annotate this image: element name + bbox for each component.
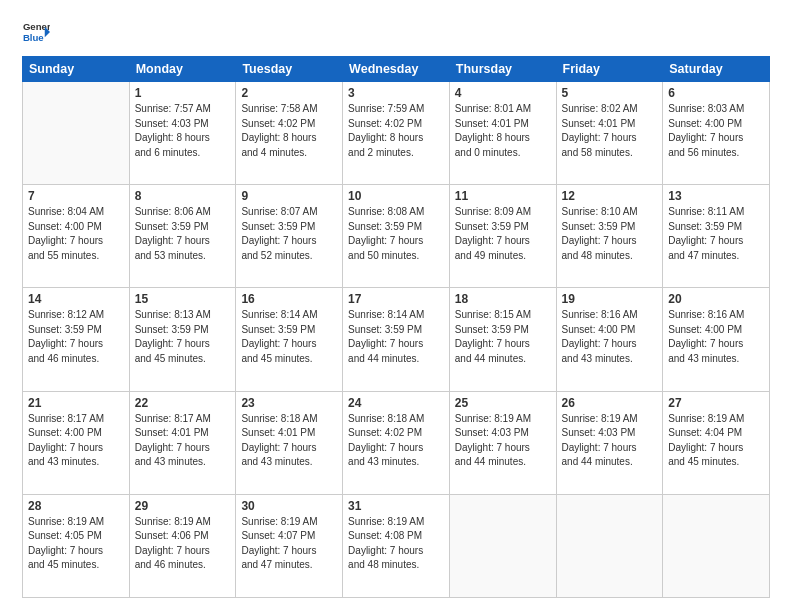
weekday-header-thursday: Thursday <box>449 57 556 82</box>
day-info: Sunrise: 8:18 AM Sunset: 4:02 PM Dayligh… <box>348 412 444 470</box>
day-number: 19 <box>562 292 658 306</box>
calendar-cell: 27Sunrise: 8:19 AM Sunset: 4:04 PM Dayli… <box>663 391 770 494</box>
day-number: 2 <box>241 86 337 100</box>
day-number: 3 <box>348 86 444 100</box>
day-info: Sunrise: 8:19 AM Sunset: 4:08 PM Dayligh… <box>348 515 444 573</box>
day-number: 10 <box>348 189 444 203</box>
weekday-header-monday: Monday <box>129 57 236 82</box>
calendar-cell: 12Sunrise: 8:10 AM Sunset: 3:59 PM Dayli… <box>556 185 663 288</box>
day-info: Sunrise: 8:01 AM Sunset: 4:01 PM Dayligh… <box>455 102 551 160</box>
calendar-cell: 20Sunrise: 8:16 AM Sunset: 4:00 PM Dayli… <box>663 288 770 391</box>
calendar-cell: 21Sunrise: 8:17 AM Sunset: 4:00 PM Dayli… <box>23 391 130 494</box>
day-info: Sunrise: 8:08 AM Sunset: 3:59 PM Dayligh… <box>348 205 444 263</box>
day-info: Sunrise: 8:19 AM Sunset: 4:05 PM Dayligh… <box>28 515 124 573</box>
day-info: Sunrise: 8:02 AM Sunset: 4:01 PM Dayligh… <box>562 102 658 160</box>
calendar-cell: 31Sunrise: 8:19 AM Sunset: 4:08 PM Dayli… <box>343 494 450 597</box>
calendar-cell: 3Sunrise: 7:59 AM Sunset: 4:02 PM Daylig… <box>343 82 450 185</box>
day-number: 21 <box>28 396 124 410</box>
day-number: 14 <box>28 292 124 306</box>
day-number: 29 <box>135 499 231 513</box>
day-info: Sunrise: 8:19 AM Sunset: 4:07 PM Dayligh… <box>241 515 337 573</box>
day-info: Sunrise: 8:19 AM Sunset: 4:03 PM Dayligh… <box>455 412 551 470</box>
day-number: 23 <box>241 396 337 410</box>
calendar-cell: 14Sunrise: 8:12 AM Sunset: 3:59 PM Dayli… <box>23 288 130 391</box>
calendar-cell <box>663 494 770 597</box>
calendar-cell: 18Sunrise: 8:15 AM Sunset: 3:59 PM Dayli… <box>449 288 556 391</box>
day-info: Sunrise: 8:07 AM Sunset: 3:59 PM Dayligh… <box>241 205 337 263</box>
day-info: Sunrise: 8:06 AM Sunset: 3:59 PM Dayligh… <box>135 205 231 263</box>
day-info: Sunrise: 7:57 AM Sunset: 4:03 PM Dayligh… <box>135 102 231 160</box>
logo: General Blue <box>22 18 50 46</box>
logo-icon: General Blue <box>22 18 50 46</box>
day-number: 17 <box>348 292 444 306</box>
week-row-2: 14Sunrise: 8:12 AM Sunset: 3:59 PM Dayli… <box>23 288 770 391</box>
calendar-cell: 6Sunrise: 8:03 AM Sunset: 4:00 PM Daylig… <box>663 82 770 185</box>
day-info: Sunrise: 8:16 AM Sunset: 4:00 PM Dayligh… <box>562 308 658 366</box>
day-info: Sunrise: 8:16 AM Sunset: 4:00 PM Dayligh… <box>668 308 764 366</box>
calendar-cell <box>449 494 556 597</box>
calendar-cell: 1Sunrise: 7:57 AM Sunset: 4:03 PM Daylig… <box>129 82 236 185</box>
day-info: Sunrise: 8:13 AM Sunset: 3:59 PM Dayligh… <box>135 308 231 366</box>
calendar-cell: 11Sunrise: 8:09 AM Sunset: 3:59 PM Dayli… <box>449 185 556 288</box>
day-info: Sunrise: 8:04 AM Sunset: 4:00 PM Dayligh… <box>28 205 124 263</box>
day-info: Sunrise: 8:11 AM Sunset: 3:59 PM Dayligh… <box>668 205 764 263</box>
calendar-cell: 8Sunrise: 8:06 AM Sunset: 3:59 PM Daylig… <box>129 185 236 288</box>
day-info: Sunrise: 8:15 AM Sunset: 3:59 PM Dayligh… <box>455 308 551 366</box>
day-number: 12 <box>562 189 658 203</box>
day-number: 15 <box>135 292 231 306</box>
calendar-cell: 30Sunrise: 8:19 AM Sunset: 4:07 PM Dayli… <box>236 494 343 597</box>
calendar-cell <box>556 494 663 597</box>
day-number: 1 <box>135 86 231 100</box>
calendar-cell: 16Sunrise: 8:14 AM Sunset: 3:59 PM Dayli… <box>236 288 343 391</box>
svg-text:Blue: Blue <box>23 32 44 43</box>
day-number: 5 <box>562 86 658 100</box>
header: General Blue <box>22 18 770 46</box>
day-number: 6 <box>668 86 764 100</box>
day-number: 24 <box>348 396 444 410</box>
calendar-cell: 24Sunrise: 8:18 AM Sunset: 4:02 PM Dayli… <box>343 391 450 494</box>
weekday-header-saturday: Saturday <box>663 57 770 82</box>
weekday-header-sunday: Sunday <box>23 57 130 82</box>
calendar-cell <box>23 82 130 185</box>
calendar-cell: 4Sunrise: 8:01 AM Sunset: 4:01 PM Daylig… <box>449 82 556 185</box>
day-number: 25 <box>455 396 551 410</box>
calendar-cell: 15Sunrise: 8:13 AM Sunset: 3:59 PM Dayli… <box>129 288 236 391</box>
day-number: 16 <box>241 292 337 306</box>
day-number: 22 <box>135 396 231 410</box>
calendar-cell: 28Sunrise: 8:19 AM Sunset: 4:05 PM Dayli… <box>23 494 130 597</box>
weekday-header-row: SundayMondayTuesdayWednesdayThursdayFrid… <box>23 57 770 82</box>
day-info: Sunrise: 8:18 AM Sunset: 4:01 PM Dayligh… <box>241 412 337 470</box>
day-info: Sunrise: 8:14 AM Sunset: 3:59 PM Dayligh… <box>348 308 444 366</box>
day-number: 31 <box>348 499 444 513</box>
calendar-cell: 19Sunrise: 8:16 AM Sunset: 4:00 PM Dayli… <box>556 288 663 391</box>
day-info: Sunrise: 8:12 AM Sunset: 3:59 PM Dayligh… <box>28 308 124 366</box>
week-row-4: 28Sunrise: 8:19 AM Sunset: 4:05 PM Dayli… <box>23 494 770 597</box>
day-info: Sunrise: 7:58 AM Sunset: 4:02 PM Dayligh… <box>241 102 337 160</box>
day-number: 11 <box>455 189 551 203</box>
week-row-0: 1Sunrise: 7:57 AM Sunset: 4:03 PM Daylig… <box>23 82 770 185</box>
day-info: Sunrise: 7:59 AM Sunset: 4:02 PM Dayligh… <box>348 102 444 160</box>
calendar-table: SundayMondayTuesdayWednesdayThursdayFrid… <box>22 56 770 598</box>
day-info: Sunrise: 8:17 AM Sunset: 4:01 PM Dayligh… <box>135 412 231 470</box>
calendar-cell: 29Sunrise: 8:19 AM Sunset: 4:06 PM Dayli… <box>129 494 236 597</box>
day-number: 30 <box>241 499 337 513</box>
day-number: 27 <box>668 396 764 410</box>
weekday-header-wednesday: Wednesday <box>343 57 450 82</box>
day-info: Sunrise: 8:09 AM Sunset: 3:59 PM Dayligh… <box>455 205 551 263</box>
calendar-cell: 25Sunrise: 8:19 AM Sunset: 4:03 PM Dayli… <box>449 391 556 494</box>
day-number: 13 <box>668 189 764 203</box>
calendar-cell: 10Sunrise: 8:08 AM Sunset: 3:59 PM Dayli… <box>343 185 450 288</box>
calendar-cell: 2Sunrise: 7:58 AM Sunset: 4:02 PM Daylig… <box>236 82 343 185</box>
weekday-header-friday: Friday <box>556 57 663 82</box>
day-number: 7 <box>28 189 124 203</box>
week-row-3: 21Sunrise: 8:17 AM Sunset: 4:00 PM Dayli… <box>23 391 770 494</box>
page: General Blue SundayMondayTuesdayWednesda… <box>0 0 792 612</box>
day-info: Sunrise: 8:19 AM Sunset: 4:03 PM Dayligh… <box>562 412 658 470</box>
calendar-cell: 13Sunrise: 8:11 AM Sunset: 3:59 PM Dayli… <box>663 185 770 288</box>
calendar-cell: 23Sunrise: 8:18 AM Sunset: 4:01 PM Dayli… <box>236 391 343 494</box>
calendar-cell: 22Sunrise: 8:17 AM Sunset: 4:01 PM Dayli… <box>129 391 236 494</box>
day-info: Sunrise: 8:03 AM Sunset: 4:00 PM Dayligh… <box>668 102 764 160</box>
day-number: 9 <box>241 189 337 203</box>
calendar-cell: 17Sunrise: 8:14 AM Sunset: 3:59 PM Dayli… <box>343 288 450 391</box>
weekday-header-tuesday: Tuesday <box>236 57 343 82</box>
